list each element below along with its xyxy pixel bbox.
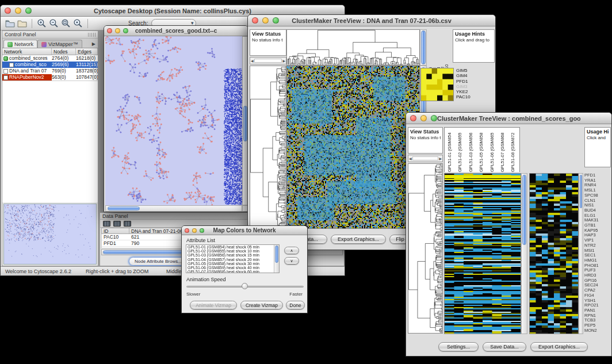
maximize-icon[interactable] <box>123 28 128 33</box>
network-horizontal-scrollbar[interactable] <box>105 205 242 212</box>
scroll-right-icon[interactable]: ▶ <box>282 59 285 63</box>
column-label[interactable]: GPL51-06 (GSM865 <box>487 128 498 172</box>
gene-label[interactable]: MON2 <box>584 328 611 334</box>
move-down-button[interactable]: ∨ <box>284 257 299 265</box>
row-dendrogram-canvas[interactable] <box>408 163 443 334</box>
network-overview-thumbnail[interactable] <box>3 204 97 265</box>
zoom-selected-icon[interactable] <box>73 18 83 28</box>
move-up-button[interactable]: ∧ <box>284 247 299 254</box>
attribute-item[interactable]: GPL51-03 (GSM856) heat shock 15 min <box>186 253 279 257</box>
attribute-item[interactable]: GPL51-02 (GSM855) heat shock 10 min <box>186 249 279 253</box>
column-label[interactable]: GPL51-01 (GSM854 <box>445 128 455 172</box>
scrollbar-thumb[interactable] <box>580 175 582 208</box>
closed-folder-icon[interactable] <box>17 18 27 28</box>
select-attributes-icon[interactable] <box>103 221 110 227</box>
minimize-icon[interactable] <box>115 28 120 33</box>
tab-overflow-arrow[interactable]: ▶ <box>90 41 98 48</box>
global-overview-matrix[interactable] <box>420 68 454 101</box>
open-folder-icon[interactable] <box>5 18 15 28</box>
minimize-icon[interactable] <box>192 228 197 233</box>
attribute-item[interactable]: GPL51-07 (GSM868) heat shock 60 min <box>186 270 279 273</box>
scrollbar-thumb[interactable] <box>275 246 278 263</box>
attribute-list[interactable]: GPL51-01 (GSM854) heat shock 05 minGPL51… <box>186 244 280 273</box>
export-graphics-button[interactable]: Export Graphics... <box>530 342 588 351</box>
label-pane-scrollbar[interactable] <box>420 29 427 66</box>
overview-label[interactable]: GIM4 <box>456 73 471 78</box>
maximize-icon[interactable] <box>200 228 204 233</box>
close-icon[interactable] <box>185 228 189 233</box>
minimize-icon[interactable] <box>15 7 21 14</box>
scroll-left-icon[interactable]: ◀ <box>409 156 412 160</box>
column-label[interactable]: GPL51-05 (GSM858 <box>476 128 487 172</box>
gene-labels: PFD1YRA1RNR4MSL1SPC98CLN1NIS1BUD4ELG1MAK… <box>584 173 611 334</box>
tab-vizmapper[interactable]: VizMapper™ <box>37 40 82 48</box>
animation-speed-slider[interactable] <box>186 282 304 290</box>
network-tree-row[interactable]: DNA and Tran 07 769(0) 183728(0) <box>2 68 98 74</box>
slider-thumb[interactable] <box>242 283 248 289</box>
heatmap-canvas[interactable] <box>444 173 521 334</box>
scrollbar-thumb[interactable] <box>421 30 426 64</box>
overview-label[interactable]: PAC10 <box>456 94 471 99</box>
close-icon[interactable] <box>252 17 258 24</box>
attribute-item[interactable]: GPL51-04 (GSM857) heat shock 20 min <box>186 258 279 262</box>
delete-attribute-icon[interactable] <box>124 221 131 227</box>
column-label[interactable]: GPL51-02 (GSM855 <box>455 128 465 172</box>
scrollbar-thumb[interactable] <box>522 175 526 245</box>
network-graph-canvas[interactable] <box>105 36 242 205</box>
treeview2-titlebar[interactable]: ClusterMaker TreeView : combined_scores_… <box>406 113 611 124</box>
tab-network[interactable]: Network <box>3 40 37 48</box>
scroll-right-icon[interactable]: ▶ <box>439 156 442 160</box>
zoom-heatmap-canvas[interactable] <box>529 173 579 334</box>
maximize-icon[interactable] <box>25 7 32 14</box>
maximize-icon[interactable] <box>273 17 279 24</box>
column-dendrogram-canvas[interactable] <box>286 29 420 66</box>
zoom-fit-icon[interactable] <box>61 18 71 28</box>
column-label[interactable]: GPL51-08 (GSM872 <box>508 128 518 172</box>
minimize-icon[interactable] <box>262 17 269 24</box>
attribute-list-scrollbar[interactable] <box>274 245 279 273</box>
scroll-track[interactable] <box>254 59 282 63</box>
network-tree-row[interactable]: combined_scores 2764(0) 16218(0) <box>2 55 98 62</box>
overview-label[interactable]: GIM3 <box>456 84 471 89</box>
column-label[interactable]: GPL51-03 (GSM856 <box>466 128 476 172</box>
node-attribute-browser-tab[interactable]: Node Attribute Brows... <box>129 257 188 266</box>
heatmap-canvas[interactable] <box>286 66 420 229</box>
scroll-left-icon[interactable]: ◀ <box>251 59 254 63</box>
scroll-track[interactable] <box>412 156 439 160</box>
done-button[interactable]: Done <box>286 301 305 309</box>
heatmap-vertical-scrollbar[interactable] <box>521 173 527 334</box>
dendrogram-nav-scrollbar[interactable]: ◀ ▶ <box>408 155 443 162</box>
close-icon[interactable] <box>410 115 416 121</box>
animate-vizmap-button[interactable]: Animate Vizmap <box>190 301 237 309</box>
overview-label[interactable]: PFD1 <box>456 79 471 84</box>
dialog-titlebar[interactable]: Map Colors to Network <box>182 226 307 235</box>
network-tree-row[interactable]: combined_sco 2569(6) 13112(15) <box>2 62 98 68</box>
scrollbar-thumb[interactable] <box>108 206 140 210</box>
treeview1-titlebar[interactable]: ClusterMaker TreeView : DNA and Tran 07-… <box>248 15 495 26</box>
attribute-item[interactable]: GPL51-05 (GSM858) heat shock 30 min <box>186 262 279 266</box>
close-icon[interactable] <box>107 28 112 33</box>
close-icon[interactable] <box>5 7 11 14</box>
export-graphics-button[interactable]: Export Graphics... <box>331 235 386 244</box>
minimize-icon[interactable] <box>420 115 427 121</box>
create-attribute-icon[interactable] <box>113 221 121 227</box>
network-window-titlebar[interactable]: combined_scores_good.txt--cluste... <box>104 26 248 36</box>
overview-canvas[interactable] <box>4 204 97 263</box>
dendrogram-nav-scrollbar[interactable]: ◀ ▶ <box>250 57 286 64</box>
attribute-item[interactable]: GPL51-01 (GSM854) heat shock 05 min <box>186 245 279 249</box>
create-vizmap-button[interactable]: Create Vizmap <box>240 301 283 309</box>
settings-button[interactable]: Settings... <box>438 342 479 351</box>
zoom-vertical-scrollbar[interactable] <box>579 173 583 334</box>
panel-grip-icon[interactable] <box>88 33 96 37</box>
save-data-button[interactable]: Save Data... <box>483 342 526 351</box>
scrollbar-thumb[interactable] <box>243 106 247 141</box>
zoom-out-icon[interactable] <box>49 18 59 28</box>
row-dendrogram-canvas[interactable] <box>250 66 286 229</box>
overview-label[interactable]: GIM5 <box>456 68 471 73</box>
attribute-item[interactable]: GPL51-06 (GSM859) heat shock 40 min <box>186 266 279 270</box>
zoom-in-icon[interactable] <box>37 18 47 28</box>
column-label[interactable]: GPL51-07 (GSM868 <box>498 128 508 172</box>
maximize-icon[interactable] <box>431 115 437 121</box>
network-tree-row[interactable]: RNAPuberNov2 563(0) 107847(0) <box>2 74 98 81</box>
overview-label[interactable]: YKE2 <box>456 89 471 94</box>
